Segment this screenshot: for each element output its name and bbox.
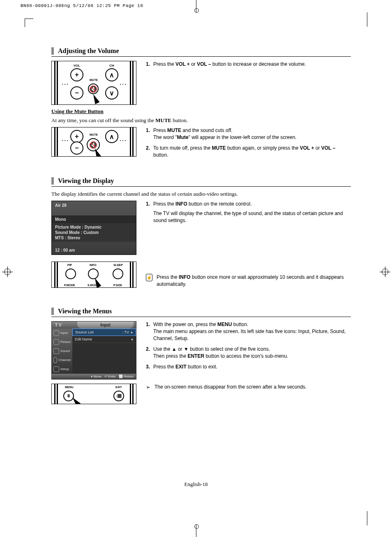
step-number: 1. bbox=[146, 321, 150, 343]
mute-button: 🔇 bbox=[88, 83, 99, 94]
osd-source-list: Source List : TV ▸ bbox=[72, 329, 136, 336]
note-text: The on-screen menus disappear from the s… bbox=[154, 384, 307, 391]
pip-label: PIP bbox=[67, 264, 72, 266]
sleep-button bbox=[113, 268, 123, 279]
ch-label: CH bbox=[105, 64, 118, 67]
note-icon: ☝ bbox=[146, 274, 152, 281]
osd-footer: ♦ Move ⏎ Enter ⬜ Return bbox=[52, 374, 136, 379]
step-text: Press the EXIT button to exit. bbox=[153, 363, 217, 370]
section-title-volume: Adjusting the Volume bbox=[51, 47, 351, 55]
pointer-arrow-icon bbox=[92, 148, 101, 157]
note-text: Press the INFO button once more or wait … bbox=[157, 274, 351, 288]
step-text: Press MUTE and the sound cuts off. The w… bbox=[153, 127, 297, 141]
sleep-label: SLEEP bbox=[113, 264, 123, 266]
step-number: 1. bbox=[146, 201, 150, 225]
setup-icon bbox=[53, 366, 59, 372]
crop-mark-top bbox=[196, 0, 196, 12]
menu-label: MENU bbox=[65, 386, 74, 389]
osd-input-label: Input bbox=[77, 322, 134, 329]
vol-minus-button: − bbox=[70, 86, 83, 100]
remote-diagram-mute: + − ∧ MUTE 🔇 ∘∘∘ ∘∘∘ bbox=[51, 127, 136, 157]
step-text: Use the or button to select one of the f… bbox=[153, 346, 288, 360]
step-number: 2. bbox=[146, 145, 150, 159]
osd-menu-panel: T V Input Input Picture Sound Channel Se… bbox=[51, 321, 136, 380]
down-arrow-icon bbox=[184, 346, 189, 352]
display-intro: The display identifies the current chann… bbox=[51, 191, 351, 197]
section-title-display: Viewing the Display bbox=[51, 177, 351, 185]
osd-picture-mode: Picture Mode : Dynamic bbox=[52, 223, 136, 230]
mute-intro: At any time, you can cut off the sound u… bbox=[51, 117, 351, 124]
step-text: With the power on, press the MENU button… bbox=[153, 321, 351, 343]
osd-time: 12 : 00 am bbox=[52, 246, 136, 255]
remote-diagram-info: PIP INFO SLEEP P.MODE S.MODE P.SIZE bbox=[51, 262, 136, 288]
ch-up-button: ∧ bbox=[105, 68, 118, 81]
vol-label: VOL bbox=[70, 64, 83, 67]
osd-sound: Mono bbox=[52, 215, 136, 223]
osd-info-panel: Air 28 Mono Picture Mode : Dynamic Sound… bbox=[51, 201, 136, 255]
chevron-icon: ➢ bbox=[146, 384, 150, 391]
osd-sidebar: Input Picture Sound Channel Setup bbox=[52, 329, 72, 374]
mute-label: MUTE bbox=[90, 79, 98, 81]
step-number: 1. bbox=[146, 61, 150, 68]
print-header: BN68-00991J-00Eng 5/12/06 12:25 PM Page … bbox=[21, 3, 143, 8]
pmode-label: P.MODE bbox=[64, 284, 75, 287]
step-number: 2. bbox=[146, 346, 150, 360]
sub-heading-mute: Using the Mute Button bbox=[51, 108, 351, 115]
picture-icon bbox=[53, 339, 59, 345]
crop-corner bbox=[367, 12, 367, 27]
ch-down-button: ∨ bbox=[105, 86, 118, 100]
info-label: INFO bbox=[90, 264, 97, 266]
exit-label: EXIT bbox=[115, 386, 122, 389]
vol-plus-button: + bbox=[70, 68, 83, 81]
input-icon bbox=[53, 330, 59, 336]
osd-edit-name: Edit Name▸ bbox=[72, 336, 136, 343]
page-footer: English-18 bbox=[0, 481, 392, 488]
vol-minus-button: − bbox=[70, 141, 83, 155]
osd-sound-mode: Sound Mode : Custom bbox=[52, 230, 136, 235]
step-number: 3. bbox=[146, 363, 150, 370]
mute-label: MUTE bbox=[90, 133, 98, 136]
remote-diagram-volume: VOL + − CH ∧ ∨ MUTE 🔇 ∘∘∘ ∘∘∘ bbox=[51, 61, 136, 105]
step-text: To turn mute off, press the MUTE button … bbox=[153, 145, 351, 159]
reg-mark-right bbox=[378, 268, 392, 275]
pointer-arrow-icon bbox=[91, 93, 99, 104]
channel-icon bbox=[53, 357, 57, 363]
up-arrow-icon bbox=[172, 346, 177, 352]
crop-mark-bottom bbox=[196, 525, 196, 537]
exit-button: -⬛ bbox=[113, 391, 124, 401]
ch-up-button: ∧ bbox=[105, 130, 118, 143]
step-text: Press the VOL + or VOL – button to incre… bbox=[153, 61, 306, 68]
remote-diagram-menu: MENU EXIT Ⅲ -⬛ bbox=[51, 384, 136, 404]
osd-tv-label: T V bbox=[52, 322, 75, 329]
osd-mts: MTS : Stereo bbox=[52, 235, 136, 242]
psize-label: P.SIZE bbox=[113, 284, 122, 287]
step-text: Press the INFO button on the remote cont… bbox=[153, 201, 351, 225]
section-title-menus: Viewing the Menus bbox=[51, 308, 351, 315]
pip-button bbox=[65, 268, 76, 279]
crop-corner bbox=[25, 19, 33, 27]
sound-icon bbox=[53, 348, 59, 354]
step-number: 1. bbox=[146, 127, 150, 141]
crop-corner bbox=[367, 511, 367, 525]
reg-mark-left bbox=[0, 268, 14, 275]
osd-channel: Air 28 bbox=[52, 201, 136, 210]
